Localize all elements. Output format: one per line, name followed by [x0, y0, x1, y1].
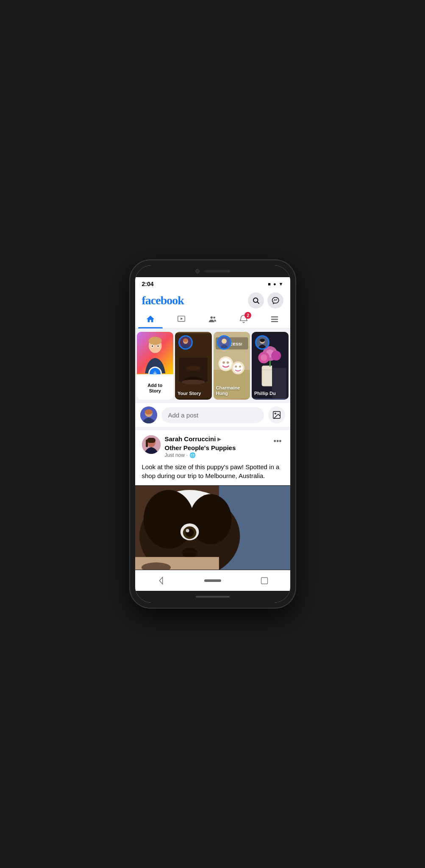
svg-point-73 [186, 529, 189, 532]
wifi-icon: ● [273, 281, 276, 287]
post-header: Sarah Corruccini ▶ Other People's Puppie… [135, 430, 290, 458]
post-text: Look at the size of this puppy's paw! Sp… [135, 458, 290, 485]
svg-point-22 [186, 366, 201, 371]
svg-point-15 [157, 345, 158, 347]
facebook-logo: facebook [142, 294, 184, 307]
composer-avatar [140, 406, 157, 423]
post-dog-image [135, 485, 290, 570]
header-icon-group [248, 292, 283, 309]
svg-point-36 [239, 366, 241, 368]
navigation-tabs: 2 [135, 310, 290, 328]
notification-badge: 2 [244, 312, 251, 319]
story-card-charmaine[interactable]: SUCCESS! Charmaine Hung [214, 332, 250, 400]
add-post-input[interactable]: Add a post [161, 407, 264, 423]
add-media-button[interactable] [268, 406, 285, 423]
post-author-avatar[interactable] [142, 435, 161, 454]
back-button[interactable] [153, 575, 169, 587]
home-button[interactable] [204, 575, 221, 587]
charmaine-avatar [217, 335, 231, 350]
svg-rect-7 [271, 319, 278, 320]
svg-rect-6 [271, 317, 278, 317]
post-image [135, 485, 290, 570]
add-story-label: Add to Story [146, 383, 164, 394]
post-name-line: Sarah Corruccini ▶ Other People's Puppie… [165, 435, 272, 451]
phone-bottom-hardware [135, 591, 290, 603]
phone-screen: 2:04 ■ ● ▼ facebook [135, 265, 290, 603]
svg-marker-3 [181, 317, 183, 320]
post-more-button[interactable]: ••• [272, 435, 283, 448]
tab-menu[interactable] [259, 310, 290, 328]
tab-notifications[interactable]: 2 [228, 310, 259, 328]
search-button[interactable] [248, 292, 264, 309]
story-card-your-story[interactable]: Your Story [175, 332, 212, 400]
phillip-label: Phillip Du [254, 391, 286, 396]
svg-point-26 [183, 339, 188, 342]
story-card-add[interactable]: + Add to Story [137, 332, 174, 400]
battery-icon: ▼ [279, 281, 283, 287]
bottom-navigation [135, 570, 290, 591]
svg-point-14 [152, 345, 153, 347]
svg-line-1 [257, 302, 259, 303]
recents-button[interactable] [256, 575, 273, 587]
app-header: facebook [135, 289, 290, 309]
your-story-avatar [178, 335, 193, 350]
camera [195, 269, 200, 273]
status-time: 2:04 [142, 281, 154, 287]
stories-row: + Add to Story [135, 328, 290, 403]
phone-device: 2:04 ■ ● ▼ facebook [130, 260, 295, 608]
phone-top-hardware [135, 265, 290, 277]
phillip-avatar [255, 335, 269, 350]
svg-point-48 [271, 351, 281, 360]
charmaine-label: Charmaine Hung [216, 385, 248, 396]
post-author-name[interactable]: Sarah Corruccini [165, 435, 216, 442]
svg-point-59 [275, 413, 276, 414]
post-meta: Just now · 🌐 [165, 452, 272, 458]
svg-point-31 [222, 361, 225, 364]
svg-point-4 [210, 317, 213, 319]
story-card-phillip[interactable]: Phillip Du [252, 332, 289, 400]
svg-rect-78 [261, 578, 267, 584]
svg-point-5 [213, 317, 215, 319]
svg-marker-77 [159, 577, 162, 584]
svg-point-0 [253, 298, 258, 303]
post-composer: Add a post [135, 403, 290, 430]
svg-point-47 [261, 354, 267, 361]
status-bar: 2:04 ■ ● ▼ [135, 277, 290, 289]
bottom-gesture-bar [196, 596, 230, 598]
svg-point-57 [145, 409, 153, 415]
svg-point-40 [222, 339, 227, 344]
messenger-button[interactable] [267, 292, 283, 309]
speaker [205, 270, 230, 273]
your-story-label: Your Story [178, 391, 209, 396]
tab-home[interactable] [135, 310, 166, 328]
post-container: Sarah Corruccini ▶ Other People's Puppie… [135, 430, 290, 570]
svg-point-68 [143, 490, 194, 548]
post-user-info: Sarah Corruccini ▶ Other People's Puppie… [142, 435, 272, 458]
post-time: Just now [165, 452, 185, 458]
svg-rect-63 [146, 440, 148, 447]
signal-icon: ■ [268, 281, 271, 287]
status-icons: ■ ● ▼ [268, 281, 283, 287]
post-name-block: Sarah Corruccini ▶ Other People's Puppie… [165, 435, 272, 458]
svg-point-11 [148, 337, 161, 345]
post-privacy-icon: 🌐 [189, 452, 196, 458]
svg-point-32 [226, 361, 229, 364]
tab-watch[interactable] [166, 310, 197, 328]
svg-point-74 [182, 548, 197, 558]
svg-point-35 [235, 366, 237, 368]
tab-groups[interactable] [197, 310, 228, 328]
post-dot: · [186, 452, 188, 458]
add-story-top-image: + [137, 332, 174, 374]
post-group-name[interactable]: Other People's Puppies [165, 444, 236, 451]
post-arrow-icon: ▶ [217, 436, 221, 442]
svg-rect-62 [147, 438, 156, 443]
svg-rect-8 [271, 321, 278, 322]
svg-point-54 [260, 339, 265, 342]
svg-point-23 [182, 380, 205, 385]
